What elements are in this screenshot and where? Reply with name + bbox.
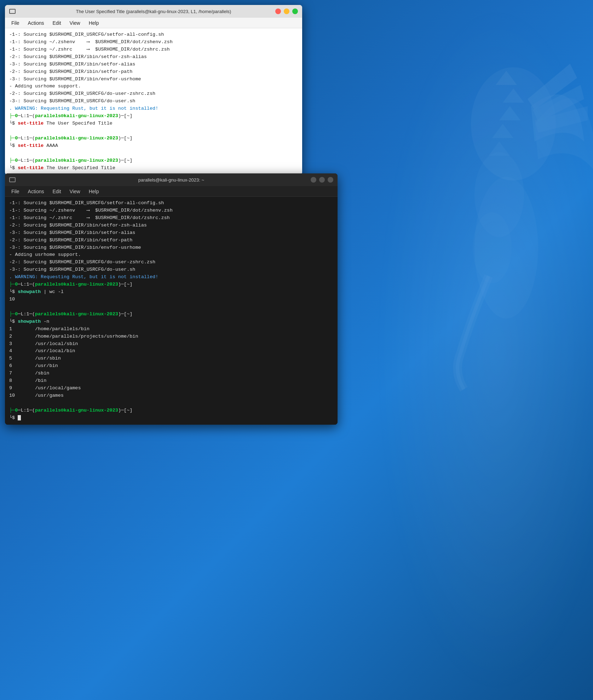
- bot-path-7: 7 /sbin: [9, 370, 333, 377]
- bot-line-2: -1-: Sourcing ~/.zshenv ⟶ $USRHOME_DIR/d…: [9, 207, 333, 214]
- svg-marker-4: [499, 106, 520, 120]
- bottom-menu-help[interactable]: Help: [85, 187, 103, 196]
- top-menu-view[interactable]: View: [66, 19, 84, 27]
- bot-output-wc: 10: [9, 296, 333, 303]
- bottom-menu-bar: File Actions Edit View Help: [5, 186, 338, 197]
- bot-prompt-showpath1: ├─0─L:1─(parallels⊙kali-gnu-linux-2023)─…: [9, 281, 333, 288]
- bot-cmd-showpath1: └$ showpath | wc -l: [9, 288, 333, 296]
- bot-final-dollar: └$: [9, 414, 333, 422]
- bot-cmd-showpath2: └$ showpath -n: [9, 318, 333, 326]
- top-blank-1: [9, 127, 298, 135]
- svg-point-8: [473, 212, 512, 283]
- bottom-terminal-content: -1-: Sourcing $USRHOME_DIR_USRCFG/setfor…: [5, 197, 338, 425]
- bot-line-3: -1-: Sourcing ~/.zshrc ⟶ $USRHOME_DIR/do…: [9, 214, 333, 222]
- top-line-8: - Adding usrhome support.: [9, 83, 298, 90]
- bottom-close-button[interactable]: [311, 177, 316, 183]
- top-line-7: -3-: Sourcing $USRHOME_DIR/ibin/envfor-u…: [9, 76, 298, 83]
- terminal-cursor: [18, 415, 21, 420]
- top-maximize-button[interactable]: [292, 8, 298, 14]
- top-title-text: The User Specified Title (parallels@kali…: [76, 9, 231, 14]
- top-blank-2: [9, 150, 298, 157]
- top-cmd-line-1: └$ set-title The User Specifed Title: [9, 120, 298, 127]
- top-prompt-line-1: ├─0─L:1─(parallels⊙kali-gnu-linux-2023)─…: [9, 113, 298, 120]
- bot-line-7: -3-: Sourcing $USRHOME_DIR/ibin/envfor-u…: [9, 244, 333, 252]
- bottom-minimize-button[interactable]: [319, 177, 325, 183]
- bot-line-10: -3-: Sourcing $USRHOME_DIR_USRCFG/do-use…: [9, 266, 333, 274]
- top-line-2: -1-: Sourcing ~/.zshenv ⟶ $USRHOME_DIR/d…: [9, 39, 298, 46]
- top-menu-help[interactable]: Help: [85, 19, 103, 27]
- bottom-terminal-window: parallels@kali-gnu-linux-2023: ~ File Ac…: [5, 173, 338, 425]
- top-line-warning: . WARNING: Requesting Rust, but it is no…: [9, 105, 298, 113]
- bot-line-9: -2-: Sourcing $USRHOME_DIR_USRCFG/do-use…: [9, 259, 333, 266]
- bot-line-4: -2-: Sourcing $USRHOME_DIR/ibin/setfor-z…: [9, 222, 333, 229]
- bot-line-1: -1-: Sourcing $USRHOME_DIR_USRCFG/setfor…: [9, 200, 333, 207]
- bot-line-warning: . WARNING: Requesting Rust, but it is no…: [9, 274, 333, 281]
- top-minimize-button[interactable]: [284, 8, 289, 14]
- bottom-menu-edit[interactable]: Edit: [49, 187, 64, 196]
- top-window-icon: [9, 9, 16, 14]
- bot-final-prompt: ├─0─L:1─(parallels⊙kali-gnu-linux-2023)─…: [9, 407, 333, 414]
- bottom-menu-file[interactable]: File: [8, 187, 23, 196]
- top-line-3: -1-: Sourcing ~/.zshrc ⟶ $USRHOME_DIR/do…: [9, 46, 298, 53]
- top-cmd-line-2: └$ set-title AAAA: [9, 142, 298, 150]
- top-title-bar: The User Specified Title (parallels@kali…: [5, 5, 302, 18]
- bot-path-3: 3 /usr/local/sbin: [9, 340, 333, 348]
- bot-line-6: -2-: Sourcing $USRHOME_DIR/ibin/setfor-p…: [9, 237, 333, 244]
- top-terminal-wrapper: The User Specified Title (parallels@kali…: [5, 5, 302, 175]
- svg-marker-3: [503, 88, 524, 103]
- bottom-window-controls: [311, 177, 333, 183]
- bot-path-1: 1 /home/parallels/bin: [9, 326, 333, 333]
- top-close-button[interactable]: [275, 8, 281, 14]
- svg-point-7: [474, 152, 524, 237]
- top-menu-edit[interactable]: Edit: [49, 19, 64, 27]
- bottom-menu-view[interactable]: View: [66, 187, 84, 196]
- top-terminal-content: -1-: Sourcing $USRHOME_DIR_USRCFG/setfor…: [5, 28, 302, 175]
- top-prompt-line-3: ├─0─L:1─(parallels⊙kali-gnu-linux-2023)─…: [9, 157, 298, 165]
- bot-line-5: -3-: Sourcing $USRHOME_DIR/ibin/setfor-a…: [9, 229, 333, 237]
- top-line-5: -3-: Sourcing $USRHOME_DIR/ibin/setfor-a…: [9, 61, 298, 68]
- bottom-menu-actions[interactable]: Actions: [24, 187, 48, 196]
- top-line-9: -2-: Sourcing $USRHOME_DIR_USRCFG/do-use…: [9, 90, 298, 98]
- bot-path-4: 4 /usr/local/bin: [9, 348, 333, 355]
- top-menu-file[interactable]: File: [8, 19, 23, 27]
- top-line-10: -3-: Sourcing $USRHOME_DIR_USRCFG/do-use…: [9, 98, 298, 105]
- bot-path-2: 2 /home/parallels/projects/usrhome/bin: [9, 333, 333, 340]
- bottom-window-icon: [9, 177, 16, 182]
- top-terminal-window: The User Specified Title (parallels@kali…: [5, 5, 302, 175]
- top-menu-actions[interactable]: Actions: [24, 19, 48, 27]
- bot-prompt-showpath2: ├─0─L:1─(parallels⊙kali-gnu-linux-2023)─…: [9, 311, 333, 318]
- top-line-6: -2-: Sourcing $USRHOME_DIR/ibin/setfor-p…: [9, 68, 298, 76]
- bot-path-10: 10 /usr/games: [9, 392, 333, 400]
- bot-blank-1: [9, 303, 333, 311]
- top-window-controls: [275, 8, 298, 14]
- bottom-maximize-button[interactable]: [328, 177, 333, 183]
- bot-path-8: 8 /bin: [9, 377, 333, 385]
- bot-line-8: - Adding usrhome support.: [9, 251, 333, 259]
- svg-point-1: [474, 177, 538, 319]
- svg-marker-2: [496, 71, 517, 85]
- bottom-terminal-wrapper: parallels@kali-gnu-linux-2023: ~ File Ac…: [5, 173, 338, 425]
- svg-point-0: [471, 67, 556, 180]
- bot-path-6: 6 /usr/bin: [9, 362, 333, 370]
- bot-path-9: 9 /usr/local/games: [9, 385, 333, 392]
- bot-blank-2: [9, 400, 333, 407]
- top-cmd-line-3: └$ set-title The User Specified Title: [9, 165, 298, 172]
- top-line-1: -1-: Sourcing $USRHOME_DIR_USRCFG/setfor…: [9, 31, 298, 39]
- top-prompt-line-2: ├─0─L:1─(parallels⊙kali-gnu-linux-2023)─…: [9, 135, 298, 142]
- svg-marker-5: [492, 124, 513, 138]
- top-menu-bar: File Actions Edit View Help: [5, 18, 302, 28]
- svg-marker-6: [489, 142, 510, 156]
- top-line-4: -2-: Sourcing $USRHOME_DIR/ibin/setfor-z…: [9, 53, 298, 61]
- bottom-title-text: parallels@kali-gnu-linux-2023: ~: [138, 177, 204, 183]
- bot-path-5: 5 /usr/sbin: [9, 355, 333, 362]
- bottom-title-bar: parallels@kali-gnu-linux-2023: ~: [5, 173, 338, 186]
